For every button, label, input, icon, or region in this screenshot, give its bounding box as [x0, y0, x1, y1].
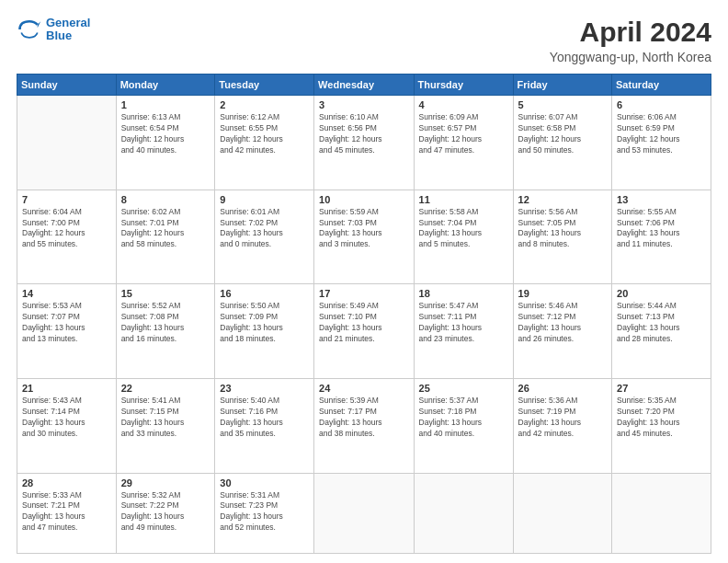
day-info: Sunrise: 5:43 AM Sunset: 7:14 PM Dayligh…: [22, 396, 111, 440]
day-info: Sunrise: 6:10 AM Sunset: 6:56 PM Dayligh…: [319, 112, 408, 156]
day-number: 11: [419, 194, 508, 205]
day-info: Sunrise: 6:07 AM Sunset: 6:58 PM Dayligh…: [518, 112, 607, 156]
day-info: Sunrise: 6:13 AM Sunset: 6:54 PM Dayligh…: [121, 112, 210, 156]
logo-icon: [17, 17, 42, 42]
calendar-cell: 5Sunrise: 6:07 AM Sunset: 6:58 PM Daylig…: [513, 96, 611, 190]
logo-line1: General: [46, 16, 90, 29]
day-info: Sunrise: 6:09 AM Sunset: 6:57 PM Dayligh…: [419, 112, 508, 156]
calendar-week-4: 21Sunrise: 5:43 AM Sunset: 7:14 PM Dayli…: [17, 378, 711, 473]
calendar-cell: 12Sunrise: 5:56 AM Sunset: 7:05 PM Dayli…: [513, 190, 611, 284]
calendar-cell: 8Sunrise: 6:02 AM Sunset: 7:01 PM Daylig…: [116, 190, 215, 284]
day-number: 15: [121, 288, 210, 299]
calendar-cell: 10Sunrise: 5:59 AM Sunset: 7:03 PM Dayli…: [314, 190, 414, 284]
day-info: Sunrise: 5:35 AM Sunset: 7:20 PM Dayligh…: [617, 396, 706, 440]
calendar-cell: 6Sunrise: 6:06 AM Sunset: 6:59 PM Daylig…: [612, 96, 711, 190]
day-info: Sunrise: 6:12 AM Sunset: 6:55 PM Dayligh…: [220, 112, 309, 156]
day-number: 18: [419, 288, 508, 299]
calendar-week-3: 14Sunrise: 5:53 AM Sunset: 7:07 PM Dayli…: [17, 284, 711, 379]
calendar-cell: 11Sunrise: 5:58 AM Sunset: 7:04 PM Dayli…: [414, 190, 513, 284]
day-info: Sunrise: 5:31 AM Sunset: 7:23 PM Dayligh…: [220, 490, 309, 534]
day-number: 22: [121, 383, 210, 394]
day-number: 30: [220, 477, 309, 488]
calendar-header-monday: Monday: [116, 75, 215, 96]
calendar-cell: [612, 473, 711, 554]
day-info: Sunrise: 5:33 AM Sunset: 7:21 PM Dayligh…: [22, 490, 111, 534]
day-number: 6: [617, 99, 706, 110]
calendar-cell: 23Sunrise: 5:40 AM Sunset: 7:16 PM Dayli…: [215, 378, 314, 473]
day-info: Sunrise: 5:40 AM Sunset: 7:16 PM Dayligh…: [220, 396, 309, 440]
main-title: April 2024: [550, 17, 711, 48]
day-info: Sunrise: 5:53 AM Sunset: 7:07 PM Dayligh…: [22, 301, 111, 345]
calendar-header-saturday: Saturday: [612, 75, 711, 96]
calendar-header-thursday: Thursday: [414, 75, 513, 96]
day-number: 14: [22, 288, 111, 299]
day-number: 5: [518, 99, 607, 110]
calendar-cell: [314, 473, 414, 554]
day-info: Sunrise: 6:02 AM Sunset: 7:01 PM Dayligh…: [121, 207, 210, 251]
day-number: 20: [617, 288, 706, 299]
day-number: 27: [617, 383, 706, 394]
calendar-cell: 13Sunrise: 5:55 AM Sunset: 7:06 PM Dayli…: [612, 190, 711, 284]
header: General Blue April 2024 Yonggwang-up, No…: [17, 17, 711, 64]
calendar-cell: 30Sunrise: 5:31 AM Sunset: 7:23 PM Dayli…: [215, 473, 314, 554]
logo: General Blue: [17, 17, 90, 43]
day-info: Sunrise: 5:47 AM Sunset: 7:11 PM Dayligh…: [419, 301, 508, 345]
logo-line2: Blue: [46, 29, 72, 42]
day-info: Sunrise: 5:49 AM Sunset: 7:10 PM Dayligh…: [319, 301, 408, 345]
day-info: Sunrise: 5:55 AM Sunset: 7:06 PM Dayligh…: [617, 207, 706, 251]
day-number: 24: [319, 383, 408, 394]
calendar-header-sunday: Sunday: [17, 75, 117, 96]
day-info: Sunrise: 6:04 AM Sunset: 7:00 PM Dayligh…: [22, 207, 111, 251]
day-number: 10: [319, 194, 408, 205]
logo-text: General Blue: [46, 17, 90, 43]
day-info: Sunrise: 5:39 AM Sunset: 7:17 PM Dayligh…: [319, 396, 408, 440]
day-number: 9: [220, 194, 309, 205]
day-info: Sunrise: 5:46 AM Sunset: 7:12 PM Dayligh…: [518, 301, 607, 345]
day-number: 7: [22, 194, 111, 205]
day-number: 19: [518, 288, 607, 299]
day-info: Sunrise: 5:58 AM Sunset: 7:04 PM Dayligh…: [419, 207, 508, 251]
day-number: 26: [518, 383, 607, 394]
calendar-cell: 25Sunrise: 5:37 AM Sunset: 7:18 PM Dayli…: [414, 378, 513, 473]
calendar-week-5: 28Sunrise: 5:33 AM Sunset: 7:21 PM Dayli…: [17, 473, 711, 554]
calendar-cell: [17, 96, 117, 190]
day-info: Sunrise: 5:41 AM Sunset: 7:15 PM Dayligh…: [121, 396, 210, 440]
calendar-cell: 19Sunrise: 5:46 AM Sunset: 7:12 PM Dayli…: [513, 284, 611, 379]
calendar-header-tuesday: Tuesday: [215, 75, 314, 96]
calendar-header-wednesday: Wednesday: [314, 75, 414, 96]
day-info: Sunrise: 5:52 AM Sunset: 7:08 PM Dayligh…: [121, 301, 210, 345]
calendar-cell: 2Sunrise: 6:12 AM Sunset: 6:55 PM Daylig…: [215, 96, 314, 190]
day-info: Sunrise: 5:50 AM Sunset: 7:09 PM Dayligh…: [220, 301, 309, 345]
calendar-cell: 7Sunrise: 6:04 AM Sunset: 7:00 PM Daylig…: [17, 190, 117, 284]
day-number: 4: [419, 99, 508, 110]
title-block: April 2024 Yonggwang-up, North Korea: [550, 17, 711, 64]
calendar-cell: 26Sunrise: 5:36 AM Sunset: 7:19 PM Dayli…: [513, 378, 611, 473]
calendar-header-friday: Friday: [513, 75, 611, 96]
sub-title: Yonggwang-up, North Korea: [550, 50, 711, 64]
day-info: Sunrise: 5:37 AM Sunset: 7:18 PM Dayligh…: [419, 396, 508, 440]
day-number: 2: [220, 99, 309, 110]
calendar-cell: 4Sunrise: 6:09 AM Sunset: 6:57 PM Daylig…: [414, 96, 513, 190]
calendar: SundayMondayTuesdayWednesdayThursdayFrid…: [17, 74, 711, 554]
calendar-cell: 17Sunrise: 5:49 AM Sunset: 7:10 PM Dayli…: [314, 284, 414, 379]
calendar-cell: [414, 473, 513, 554]
day-info: Sunrise: 5:44 AM Sunset: 7:13 PM Dayligh…: [617, 301, 706, 345]
calendar-cell: 9Sunrise: 6:01 AM Sunset: 7:02 PM Daylig…: [215, 190, 314, 284]
calendar-cell: 29Sunrise: 5:32 AM Sunset: 7:22 PM Dayli…: [116, 473, 215, 554]
calendar-cell: 22Sunrise: 5:41 AM Sunset: 7:15 PM Dayli…: [116, 378, 215, 473]
calendar-cell: [513, 473, 611, 554]
day-info: Sunrise: 5:32 AM Sunset: 7:22 PM Dayligh…: [121, 490, 210, 534]
day-number: 17: [319, 288, 408, 299]
day-info: Sunrise: 6:01 AM Sunset: 7:02 PM Dayligh…: [220, 207, 309, 251]
calendar-cell: 3Sunrise: 6:10 AM Sunset: 6:56 PM Daylig…: [314, 96, 414, 190]
calendar-cell: 16Sunrise: 5:50 AM Sunset: 7:09 PM Dayli…: [215, 284, 314, 379]
day-number: 3: [319, 99, 408, 110]
day-number: 28: [22, 477, 111, 488]
calendar-cell: 28Sunrise: 5:33 AM Sunset: 7:21 PM Dayli…: [17, 473, 117, 554]
day-number: 21: [22, 383, 111, 394]
page: General Blue April 2024 Yonggwang-up, No…: [0, 0, 728, 563]
day-number: 1: [121, 99, 210, 110]
day-number: 8: [121, 194, 210, 205]
calendar-cell: 14Sunrise: 5:53 AM Sunset: 7:07 PM Dayli…: [17, 284, 117, 379]
day-info: Sunrise: 5:59 AM Sunset: 7:03 PM Dayligh…: [319, 207, 408, 251]
